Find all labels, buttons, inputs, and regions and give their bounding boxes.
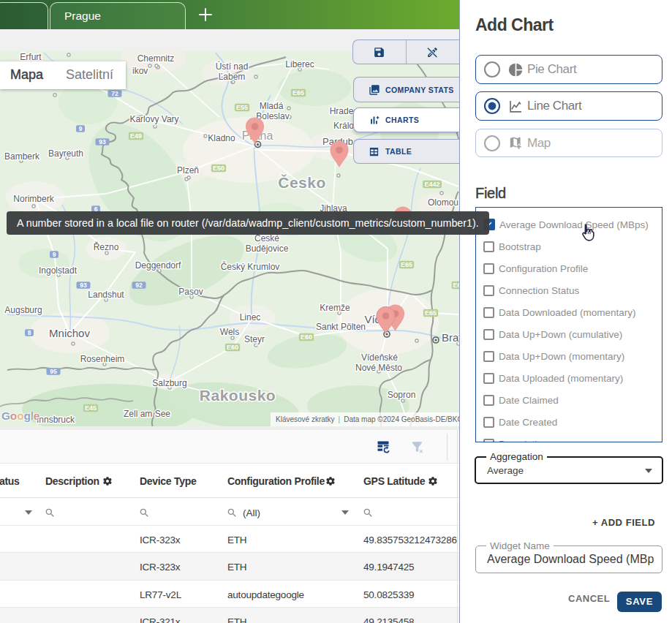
svg-text:Ústí nad: Ústí nad xyxy=(216,61,249,72)
svg-text:E60: E60 xyxy=(301,333,312,341)
svg-text:Sankt Pölten: Sankt Pölten xyxy=(316,322,366,332)
svg-text:Rakousko: Rakousko xyxy=(200,387,276,404)
svg-text:Pasov: Pasov xyxy=(178,287,203,297)
svg-text:Sopron: Sopron xyxy=(388,390,416,400)
svg-text:Erfurt: Erfurt xyxy=(20,52,42,62)
svg-text:E49: E49 xyxy=(130,132,142,140)
svg-text:Kremže: Kremže xyxy=(320,303,350,313)
svg-text:E60: E60 xyxy=(227,344,238,351)
svg-text:Nové Město: Nové Město xyxy=(355,363,402,373)
svg-text:Mnichov: Mnichov xyxy=(49,327,90,339)
svg-text:Zell am See: Zell am See xyxy=(124,409,170,419)
svg-text:Plzeň: Plzeň xyxy=(177,165,199,175)
svg-text:9: 9 xyxy=(79,125,83,132)
svg-text:9: 9 xyxy=(53,251,56,258)
svg-text:Ingolstadt: Ingolstadt xyxy=(39,265,78,276)
svg-text:Český Krumlov: Český Krumlov xyxy=(221,261,280,272)
svg-text:ikov: ikov xyxy=(132,66,148,76)
svg-text:72: 72 xyxy=(111,90,118,97)
svg-text:Liberec: Liberec xyxy=(285,59,314,69)
svg-text:E65: E65 xyxy=(292,89,304,97)
svg-text:E65: E65 xyxy=(401,261,412,268)
svg-text:Deggendorf: Deggendorf xyxy=(135,260,181,271)
svg-text:Chemnitz: Chemnitz xyxy=(137,53,175,64)
svg-text:Norimberk: Norimberk xyxy=(13,194,54,204)
svg-text:Augsburg: Augsburg xyxy=(4,305,42,315)
svg-text:Karlovy Vary: Karlovy Vary xyxy=(129,114,178,124)
svg-text:Česko: Česko xyxy=(278,174,326,191)
svg-text:Králo: Králo xyxy=(333,121,354,131)
svg-text:Wels: Wels xyxy=(220,327,239,337)
svg-text:Olomou: Olomou xyxy=(428,197,458,208)
svg-text:8: 8 xyxy=(28,329,31,336)
svg-text:Linec: Linec xyxy=(240,312,261,322)
svg-text:E50: E50 xyxy=(213,165,224,172)
svg-text:Bayreuth: Bayreuth xyxy=(48,148,83,159)
svg-text:Brat: Brat xyxy=(442,331,459,344)
svg-text:Bamberk: Bamberk xyxy=(4,151,40,162)
svg-text:Rosenheim: Rosenheim xyxy=(80,354,125,364)
svg-text:Ľabem: Ľabem xyxy=(219,72,246,82)
svg-text:93: 93 xyxy=(80,282,87,289)
svg-text:Budějovice: Budějovice xyxy=(246,243,289,254)
svg-text:E442: E442 xyxy=(424,181,439,188)
svg-text:95: 95 xyxy=(50,368,57,375)
svg-text:Vídeňské: Vídeňské xyxy=(361,352,398,363)
svg-text:Innsbruck: Innsbruck xyxy=(37,415,75,425)
svg-text:E65: E65 xyxy=(425,309,437,317)
svg-text:E6: E6 xyxy=(453,282,459,289)
svg-text:Steyr: Steyr xyxy=(244,334,265,344)
svg-text:92: 92 xyxy=(135,282,143,289)
svg-text:E55: E55 xyxy=(236,104,248,111)
svg-text:93: 93 xyxy=(99,138,106,146)
svg-text:Mladá: Mladá xyxy=(260,101,284,111)
svg-text:Salzburg: Salzburg xyxy=(152,378,186,388)
svg-text:E45: E45 xyxy=(85,404,97,412)
svg-text:Řezno: Řezno xyxy=(94,241,119,252)
svg-text:Landshut: Landshut xyxy=(88,290,124,300)
svg-text:Kladno: Kladno xyxy=(208,133,235,143)
